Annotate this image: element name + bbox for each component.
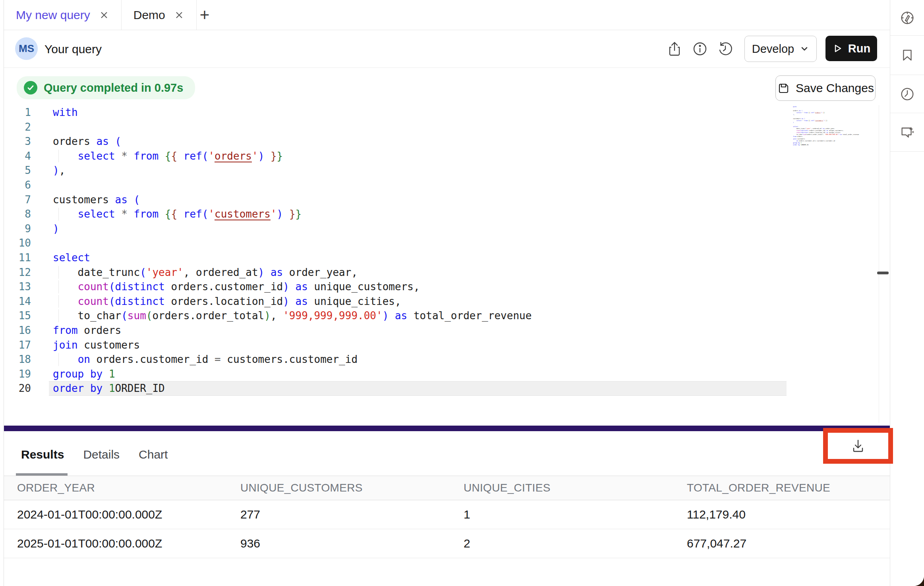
panel-resize-handle[interactable]: [877, 272, 889, 274]
sidebar-item-history[interactable]: [890, 75, 924, 113]
code-line: 4 select * from {{ ref('orders') }}: [4, 149, 890, 164]
save-changes-label: Save Changes: [796, 81, 874, 95]
results-table-header: ORDER_YEARUNIQUE_CUSTOMERSUNIQUE_CITIEST…: [4, 476, 890, 500]
code-line: 12 date_trunc('year', ordered_at) as ord…: [4, 265, 890, 280]
table-cell: 677,047.27: [674, 537, 890, 550]
download-results-button[interactable]: [849, 437, 867, 455]
table-row: 2025-01-01T00:00:00.000Z9362677,047.27: [4, 529, 890, 558]
editor-tab[interactable]: Demo: [122, 0, 197, 30]
code-line: 7customers as (: [4, 193, 890, 207]
code-line: 9): [4, 222, 890, 236]
table-cell: 2: [450, 537, 674, 550]
run-button[interactable]: Run: [825, 36, 877, 61]
panel-divider[interactable]: [4, 426, 890, 431]
line-number: 15: [4, 308, 44, 323]
chevron-down-icon: [800, 44, 809, 54]
line-number: 9: [4, 222, 44, 236]
avatar: MS: [15, 37, 38, 60]
code-line: 5),: [4, 163, 890, 178]
code-line: 1with: [4, 105, 890, 120]
table-cell: 936: [227, 537, 450, 550]
line-number: 16: [4, 323, 44, 338]
develop-label: Develop: [752, 42, 794, 56]
save-changes-button[interactable]: Save Changes: [775, 75, 876, 101]
code-line: order by 1ORDER_ID: [792, 144, 880, 146]
develop-dropdown[interactable]: Develop: [744, 36, 817, 62]
success-check-icon: [24, 81, 37, 94]
line-number: 19: [4, 367, 44, 382]
editor-minimap[interactable]: withorders as ( select * from {{ ref('or…: [792, 106, 880, 150]
line-number: 5: [4, 163, 44, 178]
code-line: 19group by 1: [4, 367, 890, 382]
chat-sparkles-icon: [899, 124, 916, 141]
code-line: 8 select * from {{ ref('customers') }}: [4, 207, 890, 222]
editor-right-edge: [879, 105, 879, 423]
query-ide-window: My new queryDemo + MS Your query Develop…: [0, 0, 924, 586]
clock-icon: [899, 86, 916, 102]
close-icon[interactable]: [99, 10, 109, 20]
code-line: 14 count(distinct orders.location_id) as…: [4, 294, 890, 309]
results-tab-details[interactable]: Details: [83, 448, 120, 461]
close-icon[interactable]: [174, 10, 184, 20]
sidebar-item-ai-assistant[interactable]: [890, 113, 924, 152]
table-cell: 2024-01-01T00:00:00.000Z: [4, 508, 227, 521]
results-table-body: 2024-01-01T00:00:00.000Z2771112,179.4020…: [4, 500, 890, 558]
code-line: 2: [4, 120, 890, 135]
share-button[interactable]: [666, 40, 683, 58]
table-cell: 112,179.40: [674, 508, 890, 521]
line-number: 10: [4, 236, 44, 251]
play-icon: [832, 43, 843, 54]
column-header: UNIQUE_CITIES: [450, 482, 674, 494]
column-header: UNIQUE_CUSTOMERS: [227, 482, 450, 494]
line-number: 3: [4, 134, 44, 149]
tab-label: Demo: [133, 8, 165, 22]
bookmark-icon: [899, 47, 916, 64]
line-number: 2: [4, 120, 44, 135]
query-status-badge: Query completed in 0.97s: [17, 76, 195, 99]
share-icon: [666, 40, 683, 58]
code-editor[interactable]: 1with23orders as (4 select * from {{ ref…: [4, 105, 890, 423]
info-icon: [691, 40, 709, 58]
line-number: 8: [4, 207, 44, 222]
results-tab-chart[interactable]: Chart: [139, 448, 168, 461]
line-number: 6: [4, 178, 44, 193]
editor-tab-bar: My new queryDemo: [4, 0, 890, 30]
table-cell: 1: [450, 508, 674, 521]
code-line: 11select: [4, 251, 890, 265]
line-number: 12: [4, 265, 44, 280]
tab-label: My new query: [16, 8, 90, 22]
status-message: Query completed in 0.97s: [44, 81, 183, 94]
column-header: TOTAL_ORDER_REVENUE: [674, 482, 890, 494]
download-icon: [849, 437, 867, 455]
line-number: 4: [4, 149, 44, 164]
table-row: 2024-01-01T00:00:00.000Z2771112,179.40: [4, 500, 890, 529]
code-line: 20order by 1ORDER_ID: [4, 381, 890, 396]
results-tab-results[interactable]: Results: [21, 448, 64, 461]
sidebar-item-bookmarks[interactable]: [890, 36, 924, 75]
line-number: 20: [4, 381, 44, 396]
table-cell: 277: [227, 508, 450, 521]
line-number: 11: [4, 251, 44, 265]
code-line: 10: [4, 236, 890, 251]
table-cell: 2025-01-01T00:00:00.000Z: [4, 537, 227, 550]
info-button[interactable]: [691, 40, 709, 58]
line-number: 14: [4, 294, 44, 309]
code-line: 18 on orders.customer_id = customers.cus…: [4, 352, 890, 367]
code-line: 6: [4, 178, 890, 193]
history-button[interactable]: [717, 40, 734, 58]
sidebar-item-explore[interactable]: [890, 0, 924, 36]
column-header: ORDER_YEAR: [4, 482, 227, 494]
code-line: 17join customers: [4, 338, 890, 353]
line-number: 1: [4, 105, 44, 120]
annotation-highlight-box: [823, 428, 893, 464]
results-tab-bar: ResultsDetailsChart: [21, 448, 168, 461]
editor-tab[interactable]: My new query: [4, 0, 122, 30]
code-line: 13 count(distinct orders.customer_id) as…: [4, 280, 890, 294]
history-icon: [717, 40, 734, 58]
code-line: 15 to_char(sum(orders.order_total), '999…: [4, 308, 890, 323]
code-line: 3orders as (: [4, 134, 890, 149]
run-label: Run: [848, 42, 870, 55]
line-number: 18: [4, 352, 44, 367]
new-tab-button[interactable]: +: [187, 0, 222, 30]
line-number: 13: [4, 280, 44, 294]
